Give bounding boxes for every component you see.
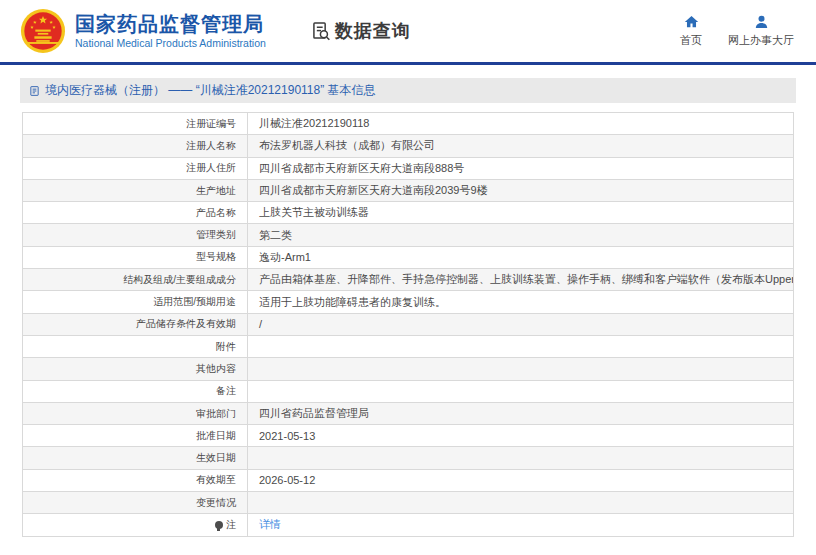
row-value: 上肢关节主被动训练器 <box>259 206 369 218</box>
row-value-cell <box>248 492 794 514</box>
brand-title: 国家药品监督管理局 <box>75 13 266 36</box>
row-value-cell: 上肢关节主被动训练器 <box>248 202 794 224</box>
row-label-cell: 适用范围/预期用途 <box>23 291 248 313</box>
row-label: 审批部门 <box>196 408 236 419</box>
row-label-cell: 注册证编号 <box>23 113 248 135</box>
row-label: 管理类别 <box>196 229 236 240</box>
row-label: 注册人名称 <box>186 140 236 151</box>
row-label-cell: 结构及组成/主要组成成分 <box>23 269 248 291</box>
row-label: 注册人住所 <box>186 162 236 173</box>
nav-label: 首页 <box>680 33 702 48</box>
row-value-cell: 2026-05-12 <box>248 469 794 491</box>
table-row: 适用范围/预期用途适用于上肢功能障碍患者的康复训练。 <box>23 291 794 313</box>
table-row: 有效期至2026-05-12 <box>23 469 794 491</box>
row-label: 附件 <box>216 341 236 352</box>
detail-link[interactable]: 详情 <box>259 518 281 530</box>
row-label-cell: 型号规格 <box>23 246 248 268</box>
row-label-cell: 变更情况 <box>23 492 248 514</box>
row-label-cell: 批准日期 <box>23 425 248 447</box>
table-row: 注册证编号川械注准20212190118 <box>23 113 794 135</box>
table-row: 变更情况 <box>23 492 794 514</box>
row-label-cell: 生产地址 <box>23 179 248 201</box>
row-value: 四川省成都市天府新区天府大道南段2039号9楼 <box>259 184 488 196</box>
data-query-entry[interactable]: 数据查询 <box>311 19 411 43</box>
row-label: 型号规格 <box>196 251 236 262</box>
header: 国家药品监督管理局 National Medical Products Admi… <box>0 0 816 62</box>
row-label: 其他内容 <box>196 363 236 374</box>
user-icon <box>753 14 770 30</box>
note-icon <box>215 521 223 529</box>
row-value-cell: 详情 <box>248 514 794 536</box>
row-value-cell <box>248 335 794 357</box>
brand: 国家药品监督管理局 National Medical Products Admi… <box>75 13 266 49</box>
row-label-cell: 产品名称 <box>23 202 248 224</box>
table-row: 备注 <box>23 380 794 402</box>
row-label-cell: 备注 <box>23 380 248 402</box>
row-value-cell: 逸动-Arm1 <box>248 246 794 268</box>
nav-item-home[interactable]: 首页 <box>680 14 702 48</box>
page-title: 境内医疗器械（注册） —— “川械注准20212190118” 基本信息 <box>45 82 376 99</box>
brand-subtitle: National Medical Products Administration <box>75 37 266 49</box>
row-value-cell: 四川省药品监督管理局 <box>248 402 794 424</box>
row-label: 生效日期 <box>196 452 236 463</box>
row-value-cell <box>248 358 794 380</box>
row-label-cell: 注册人名称 <box>23 135 248 157</box>
row-value: 2021-05-13 <box>259 430 315 442</box>
home-icon <box>683 14 700 30</box>
row-label: 注册证编号 <box>186 118 236 129</box>
row-value-cell: 川械注准20212190118 <box>248 113 794 135</box>
row-value-cell <box>248 380 794 402</box>
table-row: 其他内容 <box>23 358 794 380</box>
nav-label: 网上办事大厅 <box>728 33 794 48</box>
table-row: 生效日期 <box>23 447 794 469</box>
row-label-cell: 生效日期 <box>23 447 248 469</box>
document-icon <box>29 85 40 97</box>
row-label: 批准日期 <box>196 430 236 441</box>
row-value: 适用于上肢功能障碍患者的康复训练。 <box>259 296 446 308</box>
row-label: 备注 <box>216 385 236 396</box>
header-divider <box>0 62 816 65</box>
row-label: 有效期至 <box>196 474 236 485</box>
row-label: 适用范围/预期用途 <box>153 296 236 307</box>
row-label-cell: 其他内容 <box>23 358 248 380</box>
row-label-cell: 注 <box>23 514 248 536</box>
row-label-cell: 附件 <box>23 335 248 357</box>
data-query-label: 数据查询 <box>335 19 411 43</box>
row-label-cell: 产品储存条件及有效期 <box>23 313 248 335</box>
row-value-cell: 适用于上肢功能障碍患者的康复训练。 <box>248 291 794 313</box>
table-row: 附件 <box>23 335 794 357</box>
row-value-cell: 产品由箱体基座、升降部件、手持急停控制器、上肢训练装置、操作手柄、绑缚和客户端软… <box>248 269 794 291</box>
table-row: 审批部门四川省药品监督管理局 <box>23 402 794 424</box>
table-row: 管理类别第二类 <box>23 224 794 246</box>
row-label: 注 <box>226 519 236 530</box>
row-label-cell: 有效期至 <box>23 469 248 491</box>
table-row: 注册人住所四川省成都市天府新区天府大道南段888号 <box>23 157 794 179</box>
row-label: 生产地址 <box>196 185 236 196</box>
info-table: 注册证编号川械注准20212190118注册人名称布法罗机器人科技（成都）有限公… <box>22 112 794 537</box>
row-value-cell: 2021-05-13 <box>248 425 794 447</box>
row-value: 2026-05-12 <box>259 474 315 486</box>
national-emblem-logo <box>20 8 66 54</box>
row-value: 四川省成都市天府新区天府大道南段888号 <box>259 162 464 174</box>
row-value-cell: 第二类 <box>248 224 794 246</box>
row-value-cell <box>248 447 794 469</box>
row-label-cell: 管理类别 <box>23 224 248 246</box>
row-value-cell: / <box>248 313 794 335</box>
table-row: 产品名称上肢关节主被动训练器 <box>23 202 794 224</box>
table-row: 注册人名称布法罗机器人科技（成都）有限公司 <box>23 135 794 157</box>
row-value: 川械注准20212190118 <box>259 117 369 129</box>
row-value: 布法罗机器人科技（成都）有限公司 <box>259 139 435 151</box>
table-row: 注详情 <box>23 514 794 536</box>
table-row: 产品储存条件及有效期/ <box>23 313 794 335</box>
table-row: 型号规格逸动-Arm1 <box>23 246 794 268</box>
page-title-bar: 境内医疗器械（注册） —— “川械注准20212190118” 基本信息 <box>20 78 796 103</box>
row-value: 产品由箱体基座、升降部件、手持急停控制器、上肢训练装置、操作手柄、绑缚和客户端软… <box>259 273 794 285</box>
row-label-cell: 审批部门 <box>23 402 248 424</box>
row-label: 产品名称 <box>196 207 236 218</box>
row-value-cell: 布法罗机器人科技（成都）有限公司 <box>248 135 794 157</box>
row-value: 四川省药品监督管理局 <box>259 407 369 419</box>
row-label: 产品储存条件及有效期 <box>136 318 236 329</box>
nav-item-service-hall[interactable]: 网上办事大厅 <box>728 14 794 48</box>
info-table-body: 注册证编号川械注准20212190118注册人名称布法罗机器人科技（成都）有限公… <box>23 113 794 537</box>
row-value-cell: 四川省成都市天府新区天府大道南段888号 <box>248 157 794 179</box>
